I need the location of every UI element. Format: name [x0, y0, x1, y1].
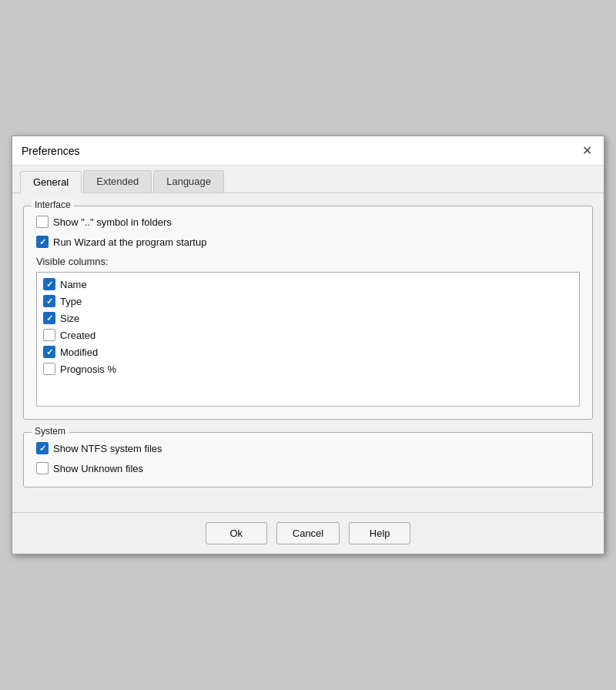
col-type-label: Type	[60, 296, 82, 307]
preferences-dialog: Preferences ✕ General Extended Language …	[12, 136, 604, 554]
col-prognosis-item[interactable]: Prognosis %	[42, 360, 574, 377]
window-title: Preferences	[22, 145, 79, 157]
interface-group-label: Interface	[32, 199, 74, 210]
ok-button[interactable]: Ok	[206, 522, 267, 544]
tab-extended[interactable]: Extended	[83, 170, 152, 193]
col-size-item[interactable]: Size	[42, 310, 574, 327]
columns-list[interactable]: Name Type Size Created Modified	[36, 272, 580, 407]
system-group-label: System	[32, 426, 69, 437]
col-modified-label: Modified	[60, 347, 98, 358]
col-created-label: Created	[60, 330, 95, 341]
run-wizard-row: Run Wizard at the program startup	[36, 236, 580, 248]
tab-language[interactable]: Language	[153, 170, 224, 193]
col-prognosis-label: Prognosis %	[60, 363, 116, 375]
show-dotdot-label: Show ".." symbol in folders	[53, 216, 172, 228]
help-button[interactable]: Help	[349, 522, 410, 544]
col-prognosis-checkbox[interactable]	[43, 363, 55, 375]
system-group: System Show NTFS system files Show Unkno…	[23, 432, 593, 487]
bottom-bar: Ok Cancel Help	[12, 512, 604, 554]
show-dotdot-checkbox[interactable]	[36, 216, 49, 228]
show-unknown-label: Show Unknown files	[53, 463, 143, 474]
show-ntfs-row: Show NTFS system files	[36, 442, 580, 454]
run-wizard-checkbox[interactable]	[36, 236, 49, 248]
col-type-item[interactable]: Type	[42, 293, 574, 310]
col-size-label: Size	[60, 313, 79, 324]
col-modified-checkbox[interactable]	[43, 346, 55, 358]
col-created-checkbox[interactable]	[43, 329, 55, 341]
col-created-item[interactable]: Created	[42, 327, 574, 343]
col-size-checkbox[interactable]	[43, 312, 55, 324]
interface-group: Interface Show ".." symbol in folders Ru…	[23, 206, 593, 420]
show-unknown-row: Show Unknown files	[36, 462, 580, 474]
show-ntfs-label: Show NTFS system files	[53, 443, 162, 454]
show-dotdot-row: Show ".." symbol in folders	[36, 216, 580, 228]
col-type-checkbox[interactable]	[43, 295, 55, 307]
title-bar: Preferences ✕	[12, 136, 604, 166]
visible-columns-label: Visible columns:	[36, 256, 580, 267]
col-modified-item[interactable]: Modified	[42, 343, 574, 360]
show-unknown-checkbox[interactable]	[36, 462, 49, 474]
run-wizard-label: Run Wizard at the program startup	[53, 236, 206, 248]
tab-bar: General Extended Language	[12, 166, 604, 193]
close-button[interactable]: ✕	[579, 143, 594, 159]
dialog-content: Interface Show ".." symbol in folders Ru…	[12, 193, 604, 512]
col-name-label: Name	[60, 279, 87, 290]
cancel-button[interactable]: Cancel	[276, 522, 340, 544]
col-name-checkbox[interactable]	[43, 278, 55, 290]
col-name-item[interactable]: Name	[42, 276, 574, 293]
tab-general[interactable]: General	[20, 171, 82, 193]
show-ntfs-checkbox[interactable]	[36, 442, 49, 454]
